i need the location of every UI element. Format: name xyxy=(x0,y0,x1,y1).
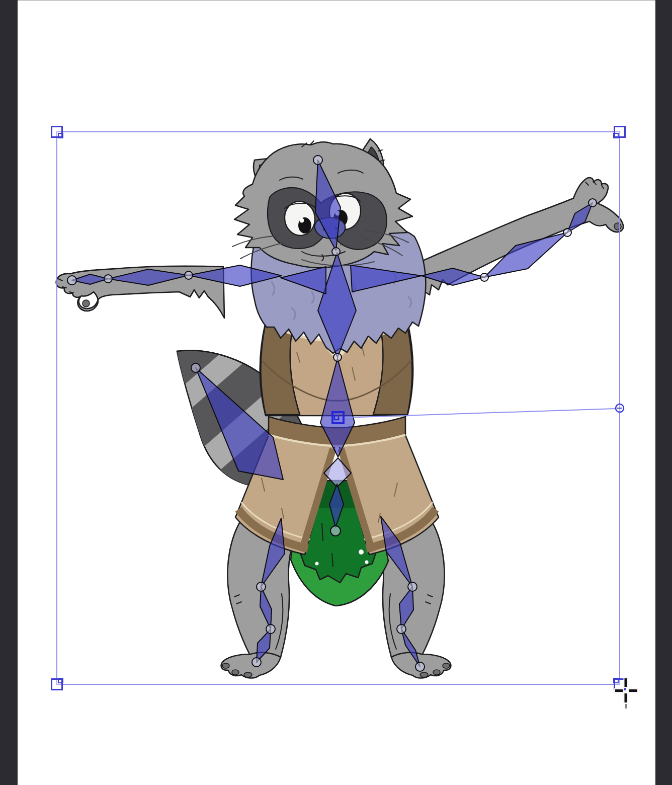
bone-joint[interactable] xyxy=(415,662,425,671)
bone-joint[interactable] xyxy=(333,353,342,361)
bone-joint[interactable] xyxy=(252,658,261,667)
bone-joint[interactable] xyxy=(330,526,341,536)
handle-bottom-right-outer[interactable] xyxy=(615,679,625,690)
handle-top-left[interactable] xyxy=(52,127,63,138)
scene-artwork xyxy=(0,0,672,785)
handle-top-right-outer[interactable] xyxy=(615,127,625,137)
handle-top-left-outer[interactable] xyxy=(52,127,62,137)
bone-joint[interactable] xyxy=(185,271,193,279)
bone-joint[interactable] xyxy=(480,273,488,281)
bone-joint[interactable] xyxy=(313,155,322,165)
handle-bottom-left[interactable] xyxy=(52,678,63,690)
bone-joint[interactable] xyxy=(104,275,112,283)
bone-joint[interactable] xyxy=(332,248,340,256)
handle-top-right[interactable] xyxy=(614,127,625,138)
rotation-handle[interactable] xyxy=(616,404,624,412)
application-stage xyxy=(0,0,672,785)
bone-joint[interactable] xyxy=(397,624,406,634)
bone-joint[interactable] xyxy=(257,582,266,591)
bone-joint[interactable] xyxy=(589,199,597,207)
bone-joint[interactable] xyxy=(563,228,571,237)
bone-joint[interactable] xyxy=(408,582,417,591)
handle-bottom-left-outer[interactable] xyxy=(52,679,62,690)
bone-joint[interactable] xyxy=(191,363,200,372)
bone-joint[interactable] xyxy=(266,624,275,634)
left-thumb-pad xyxy=(82,300,90,307)
handle-bottom-right[interactable] xyxy=(614,678,625,690)
head xyxy=(193,0,412,268)
bone-joint[interactable] xyxy=(67,276,76,285)
